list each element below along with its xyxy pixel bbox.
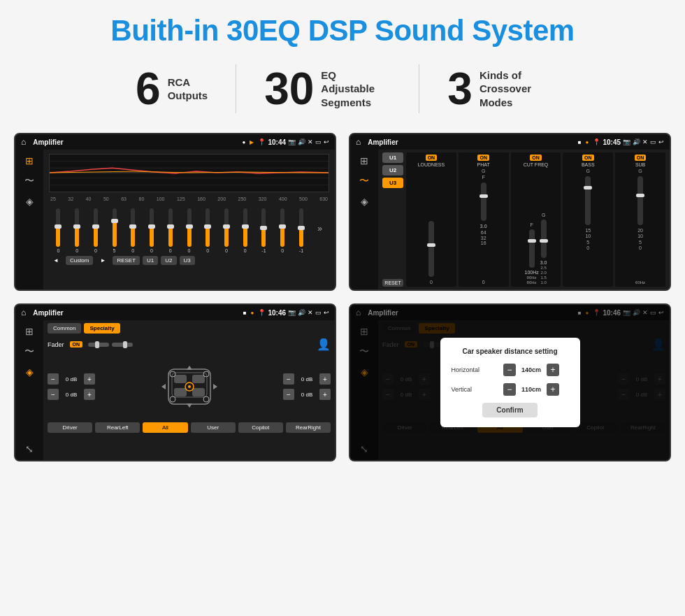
sidebar-eq-icon[interactable]: ⊞	[25, 155, 34, 166]
sidebar-wave-icon[interactable]: 〜	[24, 175, 34, 187]
svg-rect-9	[174, 388, 187, 396]
eq-next-btn[interactable]: ►	[96, 256, 110, 265]
eq-graph	[49, 154, 329, 192]
tab-specialty[interactable]: Specialty	[84, 323, 120, 334]
dsp-u3-btn[interactable]: U3	[382, 178, 403, 188]
vertical-plus-btn[interactable]: +	[547, 383, 559, 396]
eq-custom-btn[interactable]: Custom	[66, 256, 94, 265]
fader-status-bar: ⌂ Amplifier ■ ● 📍 10:46 📷 🔊 ✕ ▭ ↩	[15, 305, 335, 320]
cutfreq-slider-g[interactable]	[541, 220, 547, 258]
sidebar-speaker-icon[interactable]: ◈	[26, 196, 34, 207]
speaker-distance-dialog: Car speaker distance setting Horizontal …	[440, 338, 580, 427]
fader-expand-icon[interactable]: ⤡	[25, 443, 34, 454]
dsp-wave-icon[interactable]: 〜	[359, 175, 369, 187]
horizontal-control: − 140cm +	[494, 364, 569, 376]
horizontal-label: Horizontal	[452, 366, 490, 373]
dsp-phat-channel: ON PHAT G F 3.0 64	[459, 152, 509, 287]
stat-rca-label: RCA Outputs	[168, 76, 208, 103]
home-icon[interactable]: ⌂	[21, 137, 26, 147]
dsp-u2-btn[interactable]: U2	[382, 165, 403, 176]
eq-slider-6: 0	[161, 208, 180, 253]
confirm-button[interactable]: Confirm	[482, 403, 537, 417]
stat-crossover-label: Kinds of Crossover Modes	[480, 69, 549, 110]
btn-rearright[interactable]: RearRight	[286, 422, 331, 433]
eq-slider-7: 0	[180, 208, 199, 253]
stat-eq-number: 30	[264, 66, 314, 111]
btn-driver[interactable]: Driver	[48, 422, 92, 433]
svg-marker-16	[213, 384, 217, 389]
horizontal-minus-btn[interactable]: −	[503, 364, 516, 376]
db-minus-rl[interactable]: −	[48, 389, 59, 400]
tab-common[interactable]: Common	[48, 323, 81, 334]
fader-x-icon: ✕	[308, 309, 313, 316]
fader-home-icon[interactable]: ⌂	[21, 308, 26, 317]
phat-on-badge[interactable]: ON	[477, 155, 489, 161]
eq-left-sidebar: ⊞ 〜 ◈	[15, 150, 43, 289]
fader-h-slider2[interactable]	[112, 343, 133, 347]
cutfreq-on-badge[interactable]: ON	[530, 155, 542, 161]
fader-wave-icon[interactable]: 〜	[24, 345, 34, 358]
fader-time: 10:46	[268, 309, 286, 317]
eq-prev-btn[interactable]: ◄	[49, 256, 63, 265]
fader-h-slider1[interactable]	[88, 343, 109, 347]
dsp-eq-icon[interactable]: ⊞	[360, 155, 368, 166]
db-minus-rr[interactable]: −	[283, 389, 294, 400]
stat-eq-label: EQ Adjustable Segments	[321, 69, 391, 110]
fader-profile-icon[interactable]: 👤	[317, 338, 331, 351]
dsp-reset-btn[interactable]: RESET	[382, 279, 403, 287]
eq-u1-btn[interactable]: U1	[143, 256, 158, 265]
db-plus-rl[interactable]: +	[84, 389, 95, 400]
eq-slider-12: 0	[273, 208, 292, 253]
svg-marker-13	[187, 366, 192, 370]
db-plus-rr[interactable]: +	[319, 389, 331, 400]
eq-slider-4: 0	[124, 208, 143, 253]
dsp-u1-btn[interactable]: U1	[382, 152, 403, 163]
horizontal-plus-btn[interactable]: +	[547, 364, 559, 376]
sub-on-badge[interactable]: ON	[635, 155, 647, 161]
dsp-speaker-icon[interactable]: ◈	[361, 196, 368, 207]
cutfreq-slider-f[interactable]	[529, 229, 535, 268]
dsp-cutfreq-channel: ON CUT FREQ F 100Hz 90Hz	[511, 152, 561, 287]
speaker-controls-left: − 0 dB + − 0 dB +	[48, 373, 95, 400]
dsp-amp-content: ⊞ 〜 ◈ U1 U2 U3 RESET ON LO	[350, 150, 670, 289]
btn-all[interactable]: All	[143, 422, 187, 433]
phat-slider-g[interactable]	[481, 182, 486, 221]
eq-u2-btn[interactable]: U2	[161, 256, 176, 265]
loudness-val: 0	[430, 280, 433, 285]
dsp-left-sidebar: ⊞ 〜 ◈	[350, 150, 378, 289]
vertical-minus-btn[interactable]: −	[503, 383, 516, 396]
fader-eq-icon[interactable]: ⊞	[25, 326, 34, 337]
location-icon: 📍	[258, 138, 266, 145]
svg-point-12	[188, 385, 191, 388]
eq-slider-0: 0	[49, 208, 68, 253]
db-minus-fl[interactable]: −	[48, 373, 59, 385]
fader-sliders	[88, 343, 133, 347]
loudness-slider[interactable]	[428, 221, 434, 277]
dsp-home-icon[interactable]: ⌂	[356, 137, 361, 147]
bass-slider[interactable]	[585, 176, 591, 225]
bass-on-badge[interactable]: ON	[582, 155, 594, 161]
loudness-on-badge[interactable]: ON	[426, 155, 438, 161]
svg-rect-10	[192, 388, 205, 396]
eq-slider-expand[interactable]: »	[310, 224, 329, 234]
db-plus-fl[interactable]: +	[84, 373, 95, 385]
btn-user[interactable]: User	[191, 422, 236, 433]
fader-dot2: ●	[251, 310, 254, 316]
eq-status-icons: 📍 10:44 📷 🔊 ✕ ▭ ↩	[258, 138, 329, 146]
fader-speaker-icon[interactable]: ◈	[26, 366, 34, 378]
db-control-rr: − 0 dB +	[283, 389, 331, 400]
eq-reset-btn[interactable]: RESET	[113, 256, 140, 265]
vertical-label: Vertical	[452, 386, 490, 393]
camera-icon: 📷	[288, 138, 296, 145]
db-minus-fr[interactable]: −	[283, 373, 294, 385]
btn-copilot[interactable]: Copilot	[238, 422, 283, 433]
svg-rect-7	[174, 375, 187, 383]
sub-slider[interactable]	[637, 176, 643, 225]
btn-rearleft[interactable]: RearLeft	[95, 422, 140, 433]
eq-dot1: ●	[243, 139, 246, 145]
eq-u3-btn[interactable]: U3	[180, 256, 195, 265]
fader-left-sidebar: ⊞ 〜 ◈ ⤡	[15, 320, 43, 460]
fader-on-badge[interactable]: ON	[70, 341, 83, 348]
db-plus-fr[interactable]: +	[319, 373, 331, 385]
svg-point-19	[170, 396, 175, 402]
